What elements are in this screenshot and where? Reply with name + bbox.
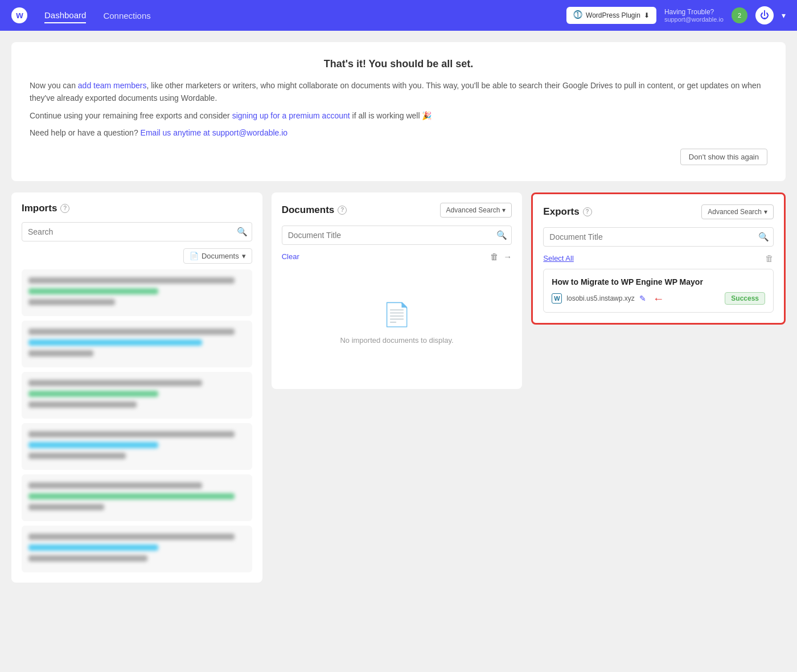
documents-arrow-button[interactable]: → xyxy=(503,252,512,261)
wp-plugin-download-icon: ⬇ xyxy=(644,11,650,19)
export-edit-button[interactable]: ✎ xyxy=(639,294,646,303)
documents-title: Documents ? xyxy=(282,204,347,216)
add-team-members-link[interactable]: add team members xyxy=(78,81,147,90)
imports-search-input[interactable] xyxy=(22,222,252,241)
no-docs-text: No imported documents to display. xyxy=(340,336,453,345)
export-arrow-indicator: ← xyxy=(653,292,664,305)
documents-trash-button[interactable]: 🗑 xyxy=(490,252,499,261)
import-list-item[interactable] xyxy=(22,474,252,521)
exports-title: Exports ? xyxy=(543,206,591,218)
documents-clear-link[interactable]: Clear xyxy=(282,252,299,261)
imports-list xyxy=(22,269,252,572)
documents-dropdown-button[interactable]: 📄 Documents ▾ xyxy=(183,248,252,264)
export-item-title: How to Migrate to WP Engine WP Mayor xyxy=(552,277,765,286)
import-list-item[interactable] xyxy=(22,372,252,419)
support-email: support@wordable.io xyxy=(664,16,724,23)
welcome-line3: Need help or have a question? Email us a… xyxy=(30,126,767,139)
exports-help-icon[interactable]: ? xyxy=(583,207,592,216)
documents-header: Documents ? Advanced Search ▾ xyxy=(282,203,512,218)
imports-search-button[interactable]: 🔍 xyxy=(237,227,248,237)
email-support-link[interactable]: Email us anytime at support@wordable.io xyxy=(141,128,288,137)
dont-show-button[interactable]: Don't show this again xyxy=(680,149,767,165)
welcome-line3-prefix: Need help or have a question? xyxy=(30,128,141,137)
imports-panel: Imports ? 🔍 📄 Documents ▾ xyxy=(11,192,262,583)
exports-advanced-search-caret: ▾ xyxy=(764,208,767,216)
export-item-footer: W losobi.us5.instawp.xyz ✎ ← Success xyxy=(552,292,765,305)
import-list-item[interactable] xyxy=(22,321,252,367)
premium-account-link[interactable]: signing up for a premium account xyxy=(232,111,350,120)
main-content: That's it! You should be all set. Now yo… xyxy=(0,31,797,594)
no-documents-message: 📄 No imported documents to display. xyxy=(282,267,512,379)
documents-help-icon[interactable]: ? xyxy=(338,206,347,215)
user-menu-caret[interactable]: ▾ xyxy=(782,11,786,20)
wp-plugin-label: WordPress Plugin xyxy=(586,11,640,19)
logo: w xyxy=(11,7,27,23)
welcome-card: That's it! You should be all set. Now yo… xyxy=(11,42,786,181)
logo-icon: w xyxy=(11,7,27,23)
exports-advanced-search-label: Advanced Search xyxy=(708,208,762,216)
documents-advanced-search-caret: ▾ xyxy=(502,206,506,214)
export-status-badge: Success xyxy=(725,292,765,305)
exports-search-input[interactable] xyxy=(543,227,774,247)
power-button[interactable]: ⏻ xyxy=(755,6,774,24)
no-docs-icon: 📄 xyxy=(383,301,411,328)
documents-panel: Documents ? Advanced Search ▾ 🔍 Clear 🗑 … xyxy=(272,192,523,389)
documents-advanced-search-button[interactable]: Advanced Search ▾ xyxy=(440,203,512,218)
exports-search-box: 🔍 xyxy=(543,227,774,247)
exports-search-button[interactable]: 🔍 xyxy=(758,232,769,242)
export-list-item: How to Migrate to WP Engine WP Mayor W l… xyxy=(543,269,774,313)
welcome-line1: Now you can add team members, like other… xyxy=(30,79,767,105)
notification-button[interactable]: 2 xyxy=(732,7,747,23)
imports-title: Imports ? xyxy=(22,203,69,214)
exports-select-all-link[interactable]: Select All xyxy=(543,254,573,263)
imports-header: Imports ? xyxy=(22,203,252,214)
documents-search-button[interactable]: 🔍 xyxy=(496,230,507,240)
imports-help-icon[interactable]: ? xyxy=(60,204,69,213)
export-site-url: losobi.us5.instawp.xyz xyxy=(566,294,634,302)
exports-trash-button[interactable]: 🗑 xyxy=(765,253,774,263)
nav-connections[interactable]: Connections xyxy=(103,9,150,23)
navbar-right: ⓵ WordPress Plugin ⬇ Having Trouble? sup… xyxy=(566,6,786,24)
exports-header: Exports ? Advanced Search ▾ xyxy=(543,204,774,219)
panels-row: Imports ? 🔍 📄 Documents ▾ xyxy=(11,192,786,583)
exports-select-all-row: Select All 🗑 xyxy=(543,253,774,263)
welcome-title: That's it! You should be all set. xyxy=(30,58,767,70)
documents-search-box: 🔍 xyxy=(282,226,512,245)
wp-icon: ⓵ xyxy=(573,10,582,21)
export-wp-icon: W xyxy=(552,293,562,304)
import-list-item[interactable] xyxy=(22,269,252,316)
having-trouble: Having Trouble? support@wordable.io xyxy=(664,8,724,23)
doc-dropdown-icon: 📄 xyxy=(190,252,199,260)
documents-dropdown-caret: ▾ xyxy=(242,252,246,260)
documents-advanced-search-label: Advanced Search xyxy=(446,206,500,214)
documents-dropdown-label: Documents xyxy=(202,252,239,260)
imports-search-box: 🔍 xyxy=(22,222,252,241)
navbar: w Dashboard Connections ⓵ WordPress Plug… xyxy=(0,0,797,31)
welcome-line2-suffix: if all is working well 🎉 xyxy=(350,111,432,120)
wp-plugin-button[interactable]: ⓵ WordPress Plugin ⬇ xyxy=(566,7,656,24)
imports-toolbar: 📄 Documents ▾ xyxy=(22,248,252,264)
import-list-item[interactable] xyxy=(22,423,252,470)
documents-actions: 🗑 → xyxy=(490,252,512,261)
import-list-item[interactable] xyxy=(22,526,252,572)
exports-panel: Exports ? Advanced Search ▾ 🔍 Select All… xyxy=(531,192,786,325)
welcome-line2-prefix: Continue using your remaining free expor… xyxy=(30,111,232,120)
welcome-line2: Continue using your remaining free expor… xyxy=(30,109,767,122)
exports-advanced-search-button[interactable]: Advanced Search ▾ xyxy=(701,204,774,219)
documents-clear-row: Clear 🗑 → xyxy=(282,252,512,261)
nav-dashboard[interactable]: Dashboard xyxy=(44,8,86,23)
documents-search-input[interactable] xyxy=(282,226,512,245)
having-trouble-label: Having Trouble? xyxy=(664,8,724,16)
welcome-line1-prefix: Now you can xyxy=(30,81,78,90)
